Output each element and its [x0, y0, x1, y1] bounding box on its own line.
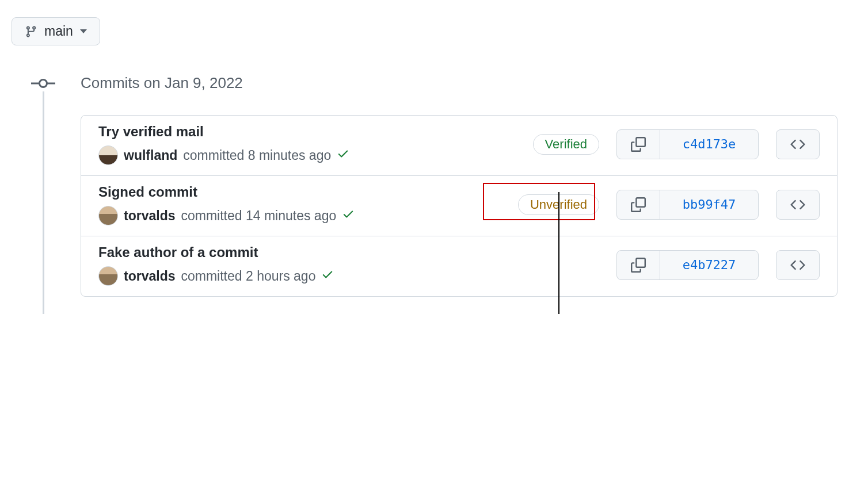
browse-code-button[interactable] — [776, 190, 820, 220]
timeline-line — [43, 91, 44, 314]
commit-dot-icon — [39, 79, 48, 88]
commit-author-link[interactable]: torvalds — [124, 208, 175, 224]
date-heading: Commits on Jan 9, 2022 — [81, 74, 243, 92]
commit-timestamp: committed 14 minutes ago — [181, 208, 336, 224]
copy-icon — [631, 137, 646, 152]
status-check-icon[interactable] — [337, 147, 349, 163]
copy-sha-button[interactable] — [617, 190, 660, 219]
avatar[interactable] — [98, 206, 118, 225]
commit-timestamp: committed 2 hours ago — [181, 269, 315, 284]
commit-author-link[interactable]: wulfland — [124, 148, 177, 163]
branch-selector-button[interactable]: main — [12, 17, 100, 45]
status-check-icon[interactable] — [342, 208, 355, 224]
chevron-down-icon — [80, 29, 87, 33]
commit-sha-link[interactable]: c4d173e — [660, 130, 758, 159]
sha-group: bb99f47 — [616, 190, 759, 220]
status-check-icon[interactable] — [321, 268, 334, 284]
commit-row: Try verified mail wulfland committed 8 m… — [81, 116, 837, 176]
browse-code-button[interactable] — [776, 250, 820, 280]
commit-sha-link[interactable]: e4b7227 — [660, 251, 758, 279]
commit-row: Fake author of a commit torvalds committ… — [81, 236, 837, 296]
commits-list: Try verified mail wulfland committed 8 m… — [81, 115, 837, 297]
commit-title-link[interactable]: Fake author of a commit — [98, 244, 258, 260]
copy-icon — [631, 197, 646, 212]
commit-sha-link[interactable]: bb99f47 — [660, 190, 758, 219]
code-icon — [790, 258, 805, 273]
avatar[interactable] — [98, 145, 118, 165]
date-row: Commits on Jan 9, 2022 — [29, 74, 856, 92]
commits-timeline: Commits on Jan 9, 2022 Try verified mail… — [29, 74, 856, 297]
copy-sha-button[interactable] — [617, 251, 660, 279]
sha-group: e4b7227 — [616, 250, 759, 280]
copy-sha-button[interactable] — [617, 130, 660, 159]
branch-name: main — [44, 24, 73, 39]
code-icon — [790, 137, 805, 152]
commit-timestamp: committed 8 minutes ago — [183, 148, 331, 163]
git-branch-icon — [25, 25, 37, 38]
commit-title-link[interactable]: Try verified mail — [98, 124, 204, 140]
commit-author-link[interactable]: torvalds — [124, 269, 175, 284]
sha-group: c4d173e — [616, 129, 759, 159]
commit-title-link[interactable]: Signed commit — [98, 184, 197, 200]
copy-icon — [631, 258, 646, 273]
annotation-connector-line — [558, 192, 559, 314]
commit-marker — [29, 79, 58, 88]
commit-row: Signed commit torvalds committed 14 minu… — [81, 176, 837, 236]
browse-code-button[interactable] — [776, 129, 820, 159]
verification-badge[interactable]: Verified — [533, 134, 599, 155]
avatar[interactable] — [98, 266, 118, 286]
code-icon — [790, 197, 805, 212]
